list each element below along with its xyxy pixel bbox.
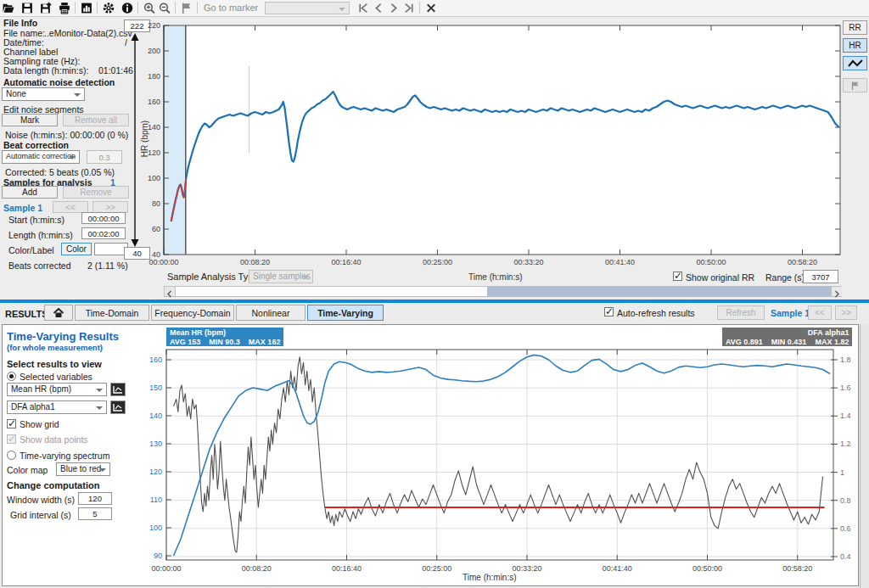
beat-correction-value: Automatic correction — [6, 152, 76, 160]
color-button[interactable]: Color — [61, 243, 92, 255]
add-sample-button[interactable]: Add — [2, 186, 58, 199]
close-icon[interactable] — [424, 2, 438, 14]
color-button-label: Color — [66, 244, 87, 254]
selected-variables-radio[interactable] — [7, 372, 16, 381]
beats-corrected-label: Beats corrected — [8, 261, 71, 271]
results-prev-button[interactable]: << — [808, 305, 832, 320]
trend-view-button[interactable] — [843, 56, 867, 70]
svg-text:220: 220 — [148, 21, 160, 30]
show-original-rr-checkbox[interactable] — [673, 272, 682, 281]
svg-text:1.4: 1.4 — [840, 412, 851, 420]
svg-text:00:08:20: 00:08:20 — [242, 564, 272, 573]
tab-time-domain[interactable]: Time-Domain — [75, 305, 149, 321]
corrected-info: Corrected: 5 beats (0.05 %) — [5, 168, 115, 177]
tab-time-varying[interactable]: Time-Varying — [307, 305, 384, 321]
marker-view-button[interactable] — [843, 78, 867, 92]
zoom-out-icon[interactable] — [158, 2, 171, 14]
svg-text:0.4: 0.4 — [840, 552, 851, 561]
axes-icon — [113, 403, 123, 412]
nav-prev-marker-icon[interactable] — [372, 2, 385, 14]
noise-detection-dropdown[interactable]: None — [2, 87, 85, 101]
save-icon[interactable] — [20, 2, 34, 14]
next-sample-label: >> — [105, 203, 115, 212]
change-computation-title: Change computation — [7, 481, 99, 490]
show-grid-label: Show grid — [20, 420, 59, 429]
variable1-value: Mean HR (bpm) — [11, 384, 71, 394]
hr-overview-chart[interactable]: 40608010012014016018020022000:00:0000:08… — [117, 15, 847, 270]
hr-view-button[interactable]: HR — [843, 38, 867, 53]
noise-detection-title: Automatic noise detection — [3, 78, 115, 87]
sample-analysis-type-dropdown[interactable]: Single samples — [249, 270, 313, 283]
nav-first-marker-icon[interactable] — [356, 2, 370, 14]
beat-correction-dropdown[interactable]: Automatic correction — [2, 150, 80, 164]
time-axis-label-top: Time (h:min:s) — [468, 272, 523, 282]
settings-gear-icon[interactable] — [102, 2, 115, 14]
start-label: Start (h:min:s) — [8, 216, 64, 225]
scrollbar-right-arrow[interactable] — [831, 287, 842, 296]
marker-flag-icon[interactable] — [180, 2, 193, 14]
marker-dropdown[interactable] — [265, 2, 350, 14]
toolbar-separator — [197, 2, 198, 14]
svg-text:00:25:00: 00:25:00 — [422, 564, 451, 573]
zoom-in-icon[interactable] — [143, 2, 156, 14]
sample-analysis-type-value: Single samples — [253, 272, 311, 281]
mark-button[interactable]: Mark — [2, 114, 58, 126]
refresh-button-label: Refresh — [726, 308, 755, 317]
svg-text:100: 100 — [148, 174, 160, 182]
svg-text:1.2: 1.2 — [840, 440, 851, 448]
noise-info: Noise (h:min:s): 00:00:00 (0 %) — [5, 131, 128, 140]
tab-frequency-domain[interactable]: Frequency-Domain — [151, 305, 234, 321]
color-map-dropdown[interactable]: Blue to red — [56, 462, 110, 476]
info-icon[interactable] — [121, 2, 134, 14]
auto-refresh-label: Auto-refresh results — [617, 309, 695, 318]
data-length-label: Data length (h:min:s): — [3, 66, 88, 76]
home-icon — [53, 307, 64, 318]
range-field[interactable]: 3707 — [803, 270, 838, 283]
tab-nonlinear[interactable]: Nonlinear — [236, 305, 306, 321]
kubios-hrv-window: Go to marker File Info File name: ..eMon… — [0, 0, 869, 588]
results-title: RESULTS — [5, 310, 48, 319]
prev-sample-button[interactable]: << — [53, 201, 88, 213]
noise-detection-value: None — [6, 89, 26, 98]
save-as-icon[interactable] — [39, 2, 53, 14]
auto-refresh-checkbox[interactable] — [604, 307, 614, 316]
svg-text:150: 150 — [149, 384, 162, 392]
tab-home[interactable] — [44, 305, 73, 321]
nav-last-marker-icon[interactable] — [402, 2, 416, 14]
refresh-button[interactable]: Refresh — [717, 305, 765, 320]
show-grid-checkbox[interactable] — [7, 419, 16, 428]
rr-view-button[interactable]: RR — [843, 20, 867, 35]
variable1-axes-button[interactable] — [110, 383, 126, 396]
tab-time-varying-label: Time-Varying — [317, 308, 373, 318]
grid-interval-field[interactable]: 5 — [78, 507, 112, 520]
scrollbar-left-arrow[interactable] — [165, 287, 176, 296]
nav-next-marker-icon[interactable] — [387, 2, 401, 14]
toolbar-separator — [175, 2, 176, 14]
svg-text:140: 140 — [149, 412, 162, 420]
tab-time-domain-label: Time-Domain — [86, 308, 139, 318]
print-icon[interactable] — [58, 2, 71, 14]
svg-text:160: 160 — [148, 98, 160, 106]
svg-text:100: 100 — [149, 524, 162, 532]
open-file-icon[interactable] — [2, 2, 15, 14]
svg-text:00:08:20: 00:08:20 — [240, 258, 270, 266]
show-data-points-checkbox[interactable] — [7, 434, 16, 444]
variable2-axes-button[interactable] — [110, 400, 126, 414]
report-icon[interactable] — [80, 2, 93, 14]
results-next-label: >> — [841, 308, 851, 317]
variable1-dropdown[interactable]: Mean HR (bpm) — [7, 383, 107, 396]
start-value: 00:00:00 — [88, 214, 120, 223]
svg-text:160: 160 — [149, 356, 162, 364]
svg-text:0.8: 0.8 — [840, 496, 851, 505]
svg-text:140: 140 — [148, 123, 160, 132]
svg-text:120: 120 — [149, 468, 162, 476]
tab-frequency-domain-label: Frequency-Domain — [154, 308, 230, 318]
svg-text:00:00:00: 00:00:00 — [151, 564, 181, 573]
window-width-field[interactable]: 120 — [78, 492, 112, 505]
results-next-button[interactable]: >> — [835, 305, 857, 320]
chart-scrollbar[interactable] — [164, 286, 842, 297]
scrollbar-thumb[interactable] — [487, 287, 831, 296]
variable2-dropdown[interactable]: DFA alpha1 — [7, 400, 107, 414]
tv-spectrum-radio[interactable] — [7, 451, 16, 460]
beat-correction-title: Beat correction — [3, 141, 69, 150]
